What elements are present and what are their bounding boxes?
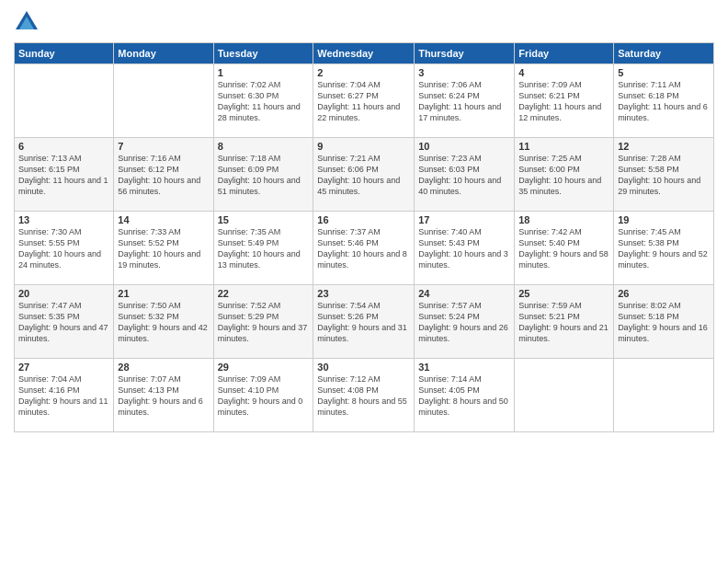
day-info: Sunrise: 7:04 AMSunset: 4:16 PMDaylight:… [18,373,109,419]
week-row-3: 13Sunrise: 7:30 AMSunset: 5:55 PMDayligh… [15,212,714,285]
calendar-cell: 5Sunrise: 7:11 AMSunset: 6:18 PMDaylight… [614,64,714,138]
day-number: 23 [317,288,410,299]
calendar-cell: 21Sunrise: 7:50 AMSunset: 5:32 PMDayligh… [114,285,213,359]
calendar-cell: 15Sunrise: 7:35 AMSunset: 5:49 PMDayligh… [213,212,313,285]
day-info: Sunrise: 7:52 AMSunset: 5:29 PMDaylight:… [218,300,310,345]
day-info: Sunrise: 7:13 AMSunset: 6:15 PMDaylight:… [18,153,109,198]
week-row-2: 6Sunrise: 7:13 AMSunset: 6:15 PMDaylight… [15,138,714,212]
calendar-cell: 19Sunrise: 7:45 AMSunset: 5:38 PMDayligh… [614,212,714,285]
calendar-cell: 1Sunrise: 7:02 AMSunset: 6:30 PMDaylight… [213,64,313,138]
calendar-body: 1Sunrise: 7:02 AMSunset: 6:30 PMDaylight… [15,64,714,432]
day-info: Sunrise: 7:59 AMSunset: 5:21 PMDaylight:… [518,300,609,345]
weekday-header-thursday: Thursday [415,43,515,64]
day-number: 9 [317,141,410,152]
day-number: 13 [18,214,109,225]
day-info: Sunrise: 7:28 AMSunset: 5:58 PMDaylight:… [618,153,710,198]
day-info: Sunrise: 7:12 AMSunset: 4:08 PMDaylight:… [317,373,410,419]
day-info: Sunrise: 7:18 AMSunset: 6:09 PMDaylight:… [218,153,310,198]
day-number: 12 [618,141,710,152]
calendar-cell: 12Sunrise: 7:28 AMSunset: 5:58 PMDayligh… [614,138,714,212]
day-info: Sunrise: 7:11 AMSunset: 6:18 PMDaylight:… [618,79,710,124]
calendar-cell: 26Sunrise: 8:02 AMSunset: 5:18 PMDayligh… [614,285,714,359]
calendar-cell [15,64,114,138]
calendar-cell [614,359,714,432]
day-number: 11 [518,141,609,152]
calendar-cell: 17Sunrise: 7:40 AMSunset: 5:43 PMDayligh… [415,212,515,285]
calendar-cell: 13Sunrise: 7:30 AMSunset: 5:55 PMDayligh… [15,212,114,285]
day-info: Sunrise: 7:47 AMSunset: 5:35 PMDaylight:… [18,300,109,345]
day-number: 1 [218,67,310,78]
day-number: 4 [518,67,609,78]
day-info: Sunrise: 7:30 AMSunset: 5:55 PMDaylight:… [18,226,109,271]
day-number: 31 [418,362,510,373]
day-info: Sunrise: 7:42 AMSunset: 5:40 PMDaylight:… [518,226,609,271]
day-number: 25 [518,288,609,299]
logo [14,9,43,35]
day-number: 14 [118,214,209,225]
day-info: Sunrise: 7:54 AMSunset: 5:26 PMDaylight:… [317,300,410,345]
calendar-cell: 6Sunrise: 7:13 AMSunset: 6:15 PMDaylight… [15,138,114,212]
day-info: Sunrise: 7:23 AMSunset: 6:03 PMDaylight:… [418,153,510,198]
day-info: Sunrise: 7:25 AMSunset: 6:00 PMDaylight:… [518,153,609,198]
calendar-table: SundayMondayTuesdayWednesdayThursdayFrid… [14,42,714,432]
day-info: Sunrise: 7:04 AMSunset: 6:27 PMDaylight:… [317,79,410,124]
calendar-cell: 25Sunrise: 7:59 AMSunset: 5:21 PMDayligh… [515,285,614,359]
day-number: 28 [118,362,209,373]
day-number: 24 [418,288,510,299]
calendar-cell: 10Sunrise: 7:23 AMSunset: 6:03 PMDayligh… [415,138,515,212]
calendar-cell: 28Sunrise: 7:07 AMSunset: 4:13 PMDayligh… [114,359,213,432]
day-number: 2 [317,67,410,78]
day-info: Sunrise: 7:57 AMSunset: 5:24 PMDaylight:… [418,300,510,345]
day-info: Sunrise: 7:50 AMSunset: 5:32 PMDaylight:… [118,300,209,345]
day-info: Sunrise: 7:07 AMSunset: 4:13 PMDaylight:… [118,373,209,419]
day-info: Sunrise: 7:45 AMSunset: 5:38 PMDaylight:… [618,226,710,271]
weekday-header-friday: Friday [515,43,614,64]
calendar-cell: 9Sunrise: 7:21 AMSunset: 6:06 PMDaylight… [313,138,415,212]
calendar-cell: 4Sunrise: 7:09 AMSunset: 6:21 PMDaylight… [515,64,614,138]
day-number: 20 [18,288,109,299]
day-number: 17 [418,214,510,225]
calendar-cell: 22Sunrise: 7:52 AMSunset: 5:29 PMDayligh… [213,285,313,359]
calendar-cell: 24Sunrise: 7:57 AMSunset: 5:24 PMDayligh… [415,285,515,359]
calendar-header: SundayMondayTuesdayWednesdayThursdayFrid… [15,43,714,64]
calendar-cell [515,359,614,432]
day-info: Sunrise: 7:16 AMSunset: 6:12 PMDaylight:… [118,153,209,198]
calendar-cell [114,64,213,138]
calendar-cell: 11Sunrise: 7:25 AMSunset: 6:00 PMDayligh… [515,138,614,212]
week-row-4: 20Sunrise: 7:47 AMSunset: 5:35 PMDayligh… [15,285,714,359]
calendar-cell: 2Sunrise: 7:04 AMSunset: 6:27 PMDaylight… [313,64,415,138]
day-number: 16 [317,214,410,225]
weekday-header-wednesday: Wednesday [313,43,415,64]
calendar-cell: 8Sunrise: 7:18 AMSunset: 6:09 PMDaylight… [213,138,313,212]
weekday-header-saturday: Saturday [614,43,714,64]
calendar-cell: 14Sunrise: 7:33 AMSunset: 5:52 PMDayligh… [114,212,213,285]
header [14,9,714,35]
day-number: 29 [218,362,310,373]
day-info: Sunrise: 7:09 AMSunset: 6:21 PMDaylight:… [518,79,609,124]
calendar-cell: 31Sunrise: 7:14 AMSunset: 4:05 PMDayligh… [415,359,515,432]
day-number: 18 [518,214,609,225]
day-number: 30 [317,362,410,373]
week-row-1: 1Sunrise: 7:02 AMSunset: 6:30 PMDaylight… [15,64,714,138]
calendar-cell: 30Sunrise: 7:12 AMSunset: 4:08 PMDayligh… [313,359,415,432]
weekday-header-sunday: Sunday [15,43,114,64]
calendar-cell: 18Sunrise: 7:42 AMSunset: 5:40 PMDayligh… [515,212,614,285]
weekday-header-row: SundayMondayTuesdayWednesdayThursdayFrid… [15,43,714,64]
day-number: 27 [18,362,109,373]
day-number: 3 [418,67,510,78]
day-info: Sunrise: 8:02 AMSunset: 5:18 PMDaylight:… [618,300,710,345]
page: SundayMondayTuesdayWednesdayThursdayFrid… [0,0,728,563]
day-info: Sunrise: 7:06 AMSunset: 6:24 PMDaylight:… [418,79,510,124]
logo-icon [14,9,40,35]
weekday-header-monday: Monday [114,43,213,64]
calendar-cell: 20Sunrise: 7:47 AMSunset: 5:35 PMDayligh… [15,285,114,359]
day-info: Sunrise: 7:14 AMSunset: 4:05 PMDaylight:… [418,373,510,419]
day-number: 22 [218,288,310,299]
calendar-cell: 23Sunrise: 7:54 AMSunset: 5:26 PMDayligh… [313,285,415,359]
day-info: Sunrise: 7:21 AMSunset: 6:06 PMDaylight:… [317,153,410,198]
day-number: 8 [218,141,310,152]
calendar-cell: 3Sunrise: 7:06 AMSunset: 6:24 PMDaylight… [415,64,515,138]
day-info: Sunrise: 7:37 AMSunset: 5:46 PMDaylight:… [317,226,410,271]
day-number: 15 [218,214,310,225]
day-info: Sunrise: 7:33 AMSunset: 5:52 PMDaylight:… [118,226,209,271]
